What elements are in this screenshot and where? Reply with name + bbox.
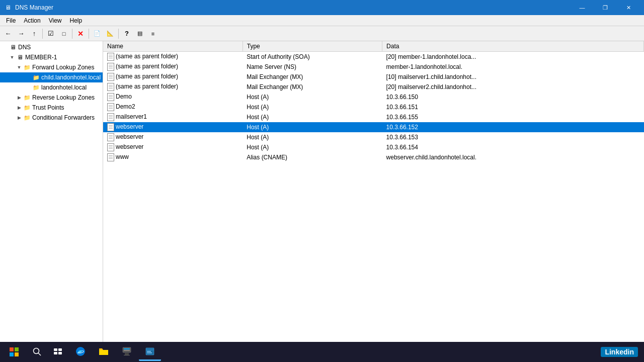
linkedin-badge: Linkedin — [601, 347, 638, 357]
expand-dns — [1, 43, 9, 51]
properties-button[interactable]: 📄 — [91, 28, 103, 40]
col-data[interactable]: Data — [382, 41, 644, 52]
cell-name: (same as parent folder) — [103, 52, 243, 62]
cell-name: (same as parent folder) — [103, 72, 243, 82]
table-row[interactable]: (same as parent folder)Start of Authorit… — [103, 52, 644, 62]
tree-item-member1[interactable]: ▼ 🖥 MEMBER-1 — [0, 52, 103, 62]
table-row[interactable]: webserverHost (A)10.3.66.154 — [103, 142, 644, 152]
tree-label-trust: Trust Points — [32, 104, 64, 111]
table-row[interactable]: Demo2Host (A)10.3.66.151 — [103, 102, 644, 112]
svg-rect-0 — [10, 347, 14, 351]
new-window-button[interactable]: 📐 — [104, 28, 116, 40]
cell-data: 10.3.66.151 — [382, 102, 644, 112]
menu-file[interactable]: File — [2, 16, 20, 25]
expand-reverse[interactable]: ▶ — [15, 94, 23, 102]
app-icon: 🖥 — [4, 4, 12, 12]
svg-rect-8 — [54, 352, 57, 354]
table-row[interactable]: (same as parent folder)Name Server (NS)m… — [103, 62, 644, 72]
tree-label-conditional: Conditional Forwarders — [32, 114, 95, 121]
svg-rect-19 — [147, 352, 152, 353]
dns-manager-app[interactable] — [139, 343, 161, 361]
table-row[interactable]: wwwAlias (CNAME)webserver.child.landonho… — [103, 152, 644, 162]
maximize-button[interactable]: ❐ — [594, 0, 617, 15]
tree-label-reverse: Reverse Lookup Zones — [32, 94, 95, 101]
child-icon: 📁 — [32, 73, 40, 81]
app-title: DNS Manager — [15, 4, 53, 11]
tree-item-reverse[interactable]: ▶ 📁 Reverse Lookup Zones — [0, 93, 103, 103]
toolbar: ← → ↑ ☑ □ ✕ 📄 📐 ? ▤ ≡ — [0, 26, 644, 41]
forward-button[interactable]: → — [15, 28, 27, 40]
task-view-button[interactable] — [48, 343, 68, 361]
cell-type: Start of Authority (SOA) — [243, 52, 382, 62]
export-button[interactable]: ▤ — [134, 28, 146, 40]
cell-type: Host (A) — [243, 92, 382, 102]
conditional-icon: 📁 — [23, 114, 31, 122]
tree-label-landon: landonhotel.local — [41, 84, 87, 91]
back-button[interactable]: ← — [2, 28, 14, 40]
expand-landon — [24, 83, 32, 92]
cell-name: www — [103, 152, 243, 162]
cell-data: [10] mailserver1.child.landonhot... — [382, 72, 644, 82]
expand-forward[interactable]: ▼ — [15, 63, 23, 71]
start-button[interactable] — [2, 343, 26, 361]
edge-app[interactable] — [69, 343, 92, 361]
menu-action[interactable]: Action — [20, 16, 44, 25]
landon-icon: 📁 — [32, 83, 40, 92]
tree-item-child[interactable]: 📁 child.landonhotel.local — [0, 72, 103, 82]
col-type[interactable]: Type — [243, 41, 382, 52]
tree-label-child: child.landonhotel.local — [41, 74, 101, 81]
expand-conditional[interactable]: ▶ — [15, 114, 23, 122]
cell-type: Host (A) — [243, 122, 382, 132]
show-checks-button[interactable]: ☑ — [45, 28, 57, 40]
table-row[interactable]: DemoHost (A)10.3.66.150 — [103, 92, 644, 102]
help-button[interactable]: ? — [121, 28, 133, 40]
tree-panel[interactable]: 🖥 DNS ▼ 🖥 MEMBER-1 ▼ 📁 Forward Lookup Zo… — [0, 41, 103, 351]
tree-label-forward: Forward Lookup Zones — [32, 64, 94, 71]
up-button[interactable]: ↑ — [28, 28, 40, 40]
cell-type: Host (A) — [243, 142, 382, 152]
expand-member1[interactable]: ▼ — [8, 53, 16, 61]
menu-help[interactable]: Help — [66, 16, 87, 25]
refresh-button[interactable]: □ — [58, 28, 70, 40]
trust-icon: 📁 — [23, 104, 31, 112]
title-bar: 🖥 DNS Manager — ❐ ✕ — [0, 0, 644, 15]
tree-item-trust[interactable]: ▶ 📁 Trust Points — [0, 103, 103, 113]
content-panel[interactable]: Name Type Data (same as parent folder)St… — [103, 41, 644, 351]
explorer-app[interactable] — [93, 343, 115, 361]
svg-rect-6 — [54, 348, 57, 351]
table-row[interactable]: webserverHost (A)10.3.66.152 — [103, 122, 644, 132]
col-name[interactable]: Name — [103, 41, 243, 52]
cell-name: webserver — [103, 142, 243, 152]
cell-name: webserver — [103, 132, 243, 142]
svg-line-5 — [38, 353, 41, 355]
cell-name: Demo — [103, 92, 243, 102]
filter-button[interactable]: ≡ — [147, 28, 159, 40]
svg-rect-9 — [58, 352, 62, 354]
tree-item-forward[interactable]: ▼ 📁 Forward Lookup Zones — [0, 62, 103, 72]
menu-view[interactable]: View — [45, 16, 66, 25]
cell-type: Host (A) — [243, 132, 382, 142]
cell-data: 10.3.66.150 — [382, 92, 644, 102]
close-button[interactable]: ✕ — [617, 0, 640, 15]
tree-item-landon[interactable]: 📁 landonhotel.local — [0, 82, 103, 93]
cell-data: 10.3.66.152 — [382, 122, 644, 132]
sep3 — [89, 29, 89, 39]
table-row[interactable]: mailserver1Host (A)10.3.66.155 — [103, 112, 644, 122]
main-container: 🖥 DNS ▼ 🖥 MEMBER-1 ▼ 📁 Forward Lookup Zo… — [0, 41, 644, 351]
table-row[interactable]: (same as parent folder)Mail Exchanger (M… — [103, 82, 644, 92]
minimize-button[interactable]: — — [571, 0, 594, 15]
sep2 — [72, 29, 72, 39]
tree-item-conditional[interactable]: ▶ 📁 Conditional Forwarders — [0, 113, 103, 123]
svg-point-4 — [34, 348, 39, 354]
table-row[interactable]: (same as parent folder)Mail Exchanger (M… — [103, 72, 644, 82]
delete-button[interactable]: ✕ — [74, 28, 87, 40]
cell-type: Host (A) — [243, 102, 382, 112]
svg-rect-1 — [15, 347, 19, 351]
server-manager-app[interactable] — [116, 343, 138, 361]
svg-rect-13 — [124, 350, 130, 351]
tree-item-dns[interactable]: 🖥 DNS — [0, 42, 103, 52]
table-row[interactable]: webserverHost (A)10.3.66.153 — [103, 132, 644, 142]
search-button[interactable] — [27, 343, 47, 361]
expand-trust[interactable]: ▶ — [15, 104, 23, 112]
tree-label-dns: DNS — [18, 44, 31, 51]
